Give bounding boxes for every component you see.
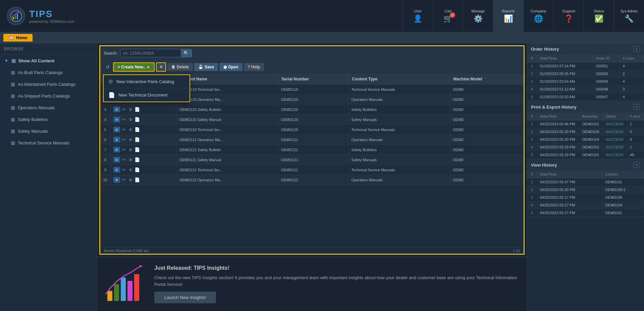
print-export-row[interactable]: 5 04/25/2023 05:19 PM OEMD101 SUCCESS 49 [527,151,644,159]
nav-support[interactable]: Support ❓ [553,0,584,32]
print-export-expand[interactable]: + [633,104,640,110]
oh-orderid: 100051 [593,62,620,70]
print-export-header[interactable]: Print & Export History + [527,101,644,113]
toggle-btn[interactable]: ◉ [113,177,120,183]
row-content-name: OEMD119 Technical Ser... [176,84,278,95]
edit-icon[interactable]: ✏ [121,137,127,142]
info-icon[interactable]: ⊕ [128,157,133,163]
sidebar-item-show-all[interactable]: ▼ ▦ Show All Content [0,55,97,67]
search-button[interactable]: 🔍 [181,49,192,57]
table-row[interactable]: 4 ◉ ✏ ⊕ 📄 OEMD120 Safety Manual OEMD120 … [100,115,524,125]
order-history-row[interactable]: 5 01/28/2023 02:50 AM 100047 4 [527,93,644,101]
table-row[interactable]: 7 ◉ ✏ ⊕ 📄 OEMD121 Safety Bulletin OEMD12… [100,145,524,155]
order-history-expand[interactable]: + [633,46,640,52]
edit-icon[interactable]: ✏ [121,107,127,112]
toggle-btn[interactable]: ◉ [113,137,120,142]
toggle-btn[interactable]: ◉ [113,107,120,112]
sidebar-item-technical[interactable]: ▦ Technical Service Manuals [0,137,97,149]
open-button[interactable]: ◉ Open [219,63,243,71]
order-history-row[interactable]: 4 01/29/2023 01:12 AM 100048 3 [527,85,644,93]
nav-manage[interactable]: Manage ⚙️ [463,0,493,32]
row-content-name: OEMD121 Safety Manual [176,155,278,165]
nav-company[interactable]: Company 🌐 [523,0,553,32]
table-row[interactable]: 8 ◉ ✏ ⊕ 📄 OEMD121 Safety Manual OEMD121 … [100,155,524,165]
view-history-row[interactable]: 3 04/25/2023 05:17 PM OEMD106 [527,194,644,201]
order-history-header[interactable]: Order History + [527,43,644,55]
save-button[interactable]: 💾 Save [194,63,218,71]
table-row[interactable]: 3 ◉ ✏ ⊕ 📄 OEMD120 Safety Bulletin OEMD12… [100,105,524,115]
dropdown-item-tech-doc[interactable]: 📄 New Technical Document [104,88,190,102]
vh-datetime: 04/25/2023 05:47 PM [537,178,602,186]
edit-icon[interactable]: ✏ [121,127,127,132]
table-row[interactable]: 6 ◉ ✏ ⊕ 📄 OEMD121 Operators Ma... OEMD12… [100,135,524,145]
pe-secs: 0 [627,128,644,136]
delete-button[interactable]: 🗑 Delete [167,63,193,71]
view-history-row[interactable]: 1 04/25/2023 05:47 PM OEMD101 [527,178,644,186]
sidebar-item-safety-bulletins[interactable]: ▦ Safety Bulletins [0,114,97,125]
info-icon[interactable]: ⊕ [128,147,133,152]
sidebar-item-as-built[interactable]: ▦ As-Built Parts Catalogs [0,67,97,78]
row-serial: OEMD121 [278,135,348,145]
edit-icon[interactable]: ✏ [121,157,127,163]
svg-marker-10 [139,265,143,267]
view-history-header[interactable]: View History + [527,159,644,171]
close-button[interactable]: ✕ [156,62,166,72]
edit-icon[interactable]: ✏ [121,117,127,122]
edit-icon[interactable]: ✏ [121,147,127,152]
catalog-icon-2: ▦ [11,81,15,87]
reports-icon: 📊 [504,14,513,23]
sidebar-item-as-maintained[interactable]: ▦ As-Maintained Parts Catalogs [0,78,97,90]
sidebar-item-operators[interactable]: ▦ Operators Manuals [0,102,97,114]
order-history-row[interactable]: 2 01/29/2023 06:25 PM 100050 2 [527,70,644,78]
print-export-row[interactable]: 1 04/25/2023 05:48 PM OEMD101 SUCCESS 1 [527,120,644,128]
nav-sysadmin[interactable]: Sys Admin 🔧 [614,0,644,32]
table-row[interactable]: 5 ◉ ✏ ⊕ 📄 OEMD120 Technical Ser... OEMD1… [100,125,524,135]
nav-reports[interactable]: Reports 📊 [493,0,523,32]
logo-icon [7,7,25,25]
info-icon[interactable]: ⊕ [128,127,133,132]
toggle-btn[interactable]: ◉ [113,117,120,122]
launch-insights-button[interactable]: Launch New Insights! [154,292,216,303]
edit-icon[interactable]: ✏ [121,177,127,183]
toggle-btn[interactable]: ◉ [113,167,120,173]
search-input[interactable] [120,50,181,57]
table-row[interactable]: 9 ◉ ✏ ⊕ 📄 OEMD121 Technical Ser... OEMD1… [100,165,524,175]
toggle-btn[interactable]: ◉ [113,157,120,163]
table-row[interactable]: 10 ◉ ✏ ⊕ 📄 OEMD122 Operators Ma... OEMD1… [100,175,524,185]
sidebar-item-as-shipped[interactable]: ▦ As-Shipped Parts Catalogs [0,90,97,102]
toggle-btn[interactable]: ◉ [113,127,120,132]
view-history-row[interactable]: 2 04/25/2023 05:20 PM OEMD100-2 [527,186,644,194]
pe-num: 3 [527,136,537,143]
create-new-button[interactable]: + Create New.. ▼ [113,62,155,72]
toggle-btn[interactable]: ◉ [113,147,120,152]
dropdown-item-parts-catalog[interactable]: ⚙ New Interactive Parts Catalog [104,75,190,88]
info-icon[interactable]: ⊕ [128,107,133,112]
tab-home[interactable]: 🏠 Home [3,34,33,42]
row-content-name: OEMD122 Operators Ma... [176,175,278,185]
vh-col-num: # [527,171,537,178]
sidebar-item-safety-manuals[interactable]: ▦ Safety Manuals [0,125,97,137]
info-icon[interactable]: ⊕ [128,137,133,142]
refresh-button[interactable]: ↺ [104,64,112,70]
nav-status[interactable]: Status ✅ [584,0,614,32]
pe-status: SUCCESS [603,143,627,151]
view-history-row[interactable]: 4 04/25/2023 05:17 PM OEMD104 [527,201,644,209]
nav-cart[interactable]: Cart 🛒0 [433,0,463,32]
svg-rect-5 [107,291,112,301]
row-type: Technical Service Manuals [348,165,450,175]
oh-lines: 4 [620,93,644,101]
view-history-row[interactable]: 5 04/25/2023 05:17 PM OEMD101 [527,209,644,217]
help-button[interactable]: ? Help [244,63,264,71]
print-export-row[interactable]: 3 04/25/2023 05:20 PM OEMD104 SUCCESS 0 [527,136,644,143]
edit-icon[interactable]: ✏ [121,167,127,173]
pe-col-status: Status [603,113,627,120]
nav-user[interactable]: User 👤 [402,0,433,32]
info-icon[interactable]: ⊕ [128,167,133,173]
info-icon[interactable]: ⊕ [128,117,133,122]
print-export-row[interactable]: 4 04/25/2023 05:19 PM OEMD201 SUCCESS 1 [527,143,644,151]
info-icon[interactable]: ⊕ [128,177,133,183]
order-history-row[interactable]: 3 01/29/2023 03:54 AM 100049 4 [527,78,644,85]
print-export-row[interactable]: 2 04/25/2023 05:20 PM OEMD106 SUCCESS 0 [527,128,644,136]
order-history-row[interactable]: 1 01/29/2023 07:24 PM 100051 4 [527,62,644,70]
view-history-expand[interactable]: + [633,162,640,168]
